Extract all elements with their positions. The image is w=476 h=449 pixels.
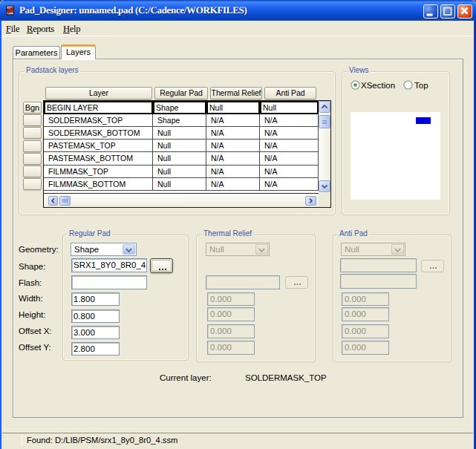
svg-text:Pad_Designer: unnamed.pad (C:/: Pad_Designer: unnamed.pad (C:/Cadence/WO…: [19, 4, 247, 16]
